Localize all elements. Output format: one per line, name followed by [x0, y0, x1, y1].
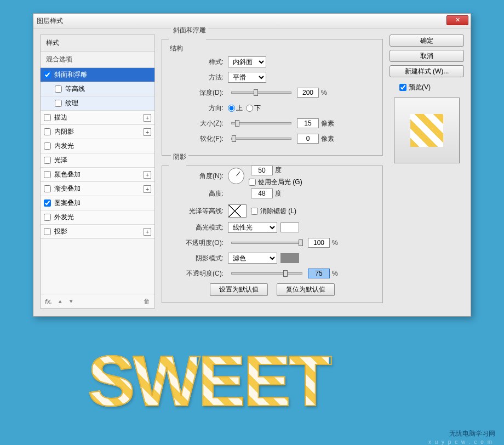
altitude-unit: 度	[275, 189, 282, 198]
shadow-opacity-unit: %	[332, 270, 338, 277]
style-item-4[interactable]: 内阴影+	[41, 125, 154, 139]
altitude-label: 高度:	[169, 189, 224, 198]
fx-icon[interactable]: fx.	[45, 298, 52, 305]
up-arrow-icon[interactable]: ▲	[58, 298, 63, 304]
highlight-opacity-unit: %	[332, 239, 338, 247]
style-item-label: 斜面和浮雕	[54, 70, 87, 79]
direction-down-radio[interactable]: 下	[246, 104, 261, 113]
style-item-8[interactable]: 渐变叠加+	[41, 182, 154, 196]
shadow-opacity-slider[interactable]	[231, 272, 302, 275]
dialog-title: 图层样式	[37, 16, 63, 26]
trash-icon[interactable]: 🗑	[144, 298, 150, 305]
style-item-label: 内发光	[54, 141, 74, 151]
style-item-5[interactable]: 内发光	[41, 139, 154, 153]
shadow-opacity-label: 不透明度(C):	[169, 269, 224, 278]
shadow-opacity-input[interactable]	[308, 269, 330, 278]
highlight-mode-label: 高光模式:	[169, 223, 224, 232]
sweet-letter: S	[88, 340, 132, 422]
style-item-label: 图案叠加	[54, 198, 81, 208]
style-checkbox[interactable]	[44, 142, 51, 150]
style-item-7[interactable]: 颜色叠加+	[41, 168, 154, 182]
style-checkbox[interactable]	[44, 128, 51, 135]
plus-icon[interactable]: +	[144, 128, 151, 136]
style-item-label: 投影	[54, 227, 67, 236]
style-checkbox[interactable]	[55, 100, 62, 107]
style-item-label: 描边	[54, 113, 67, 122]
soften-slider[interactable]	[231, 138, 291, 140]
size-label: 大小(Z):	[169, 119, 224, 128]
highlight-color-swatch[interactable]	[280, 222, 299, 232]
cancel-button[interactable]: 取消	[390, 50, 464, 62]
dialog-body: 样式 混合选项 斜面和浮雕等高线纹理描边+内阴影+内发光光泽颜色叠加+渐变叠加+…	[33, 29, 471, 316]
styles-header[interactable]: 样式	[41, 35, 154, 52]
method-select[interactable]: 平滑	[228, 72, 266, 83]
antialias-checkbox[interactable]: 消除锯齿 (L)	[251, 207, 296, 216]
angle-input[interactable]	[251, 166, 273, 175]
style-item-2[interactable]: 纹理	[41, 96, 154, 111]
highlight-opacity-input[interactable]	[308, 238, 330, 248]
style-item-11[interactable]: 投影+	[41, 225, 154, 239]
style-item-10[interactable]: 外发光	[41, 210, 154, 225]
style-item-0[interactable]: 斜面和浮雕	[41, 68, 154, 82]
style-item-label: 颜色叠加	[54, 170, 81, 179]
style-item-label: 光泽	[54, 156, 67, 165]
set-default-button[interactable]: 设置为默认值	[210, 283, 268, 296]
style-item-9[interactable]: 图案叠加	[41, 196, 154, 210]
style-checkbox[interactable]	[44, 71, 51, 78]
angle-dial[interactable]	[228, 168, 244, 184]
ok-button[interactable]: 确定	[390, 35, 464, 47]
style-item-label: 渐变叠加	[54, 184, 81, 193]
plus-icon[interactable]: +	[144, 228, 151, 236]
preview-checkbox[interactable]: 预览(V)	[399, 83, 464, 92]
plus-icon[interactable]: +	[144, 171, 151, 179]
plus-icon[interactable]: +	[144, 185, 151, 193]
soften-input[interactable]	[297, 134, 319, 144]
style-label: 样式:	[169, 58, 224, 67]
direction-up-radio[interactable]: 上	[228, 104, 243, 113]
angle-unit: 度	[275, 166, 282, 175]
gloss-contour-picker[interactable]	[228, 204, 247, 218]
blending-options-header[interactable]: 混合选项	[41, 52, 154, 68]
watermark-text: 无忧电脑学习网	[449, 429, 495, 438]
global-light-checkbox[interactable]: 使用全局光 (G)	[249, 178, 302, 187]
reset-default-button[interactable]: 复位为默认值	[277, 283, 335, 296]
down-arrow-icon[interactable]: ▼	[68, 298, 74, 304]
depth-input[interactable]	[297, 88, 319, 98]
method-label: 方法:	[169, 73, 224, 82]
angle-label: 角度(N):	[169, 172, 224, 181]
style-checkbox[interactable]	[55, 85, 62, 93]
style-checkbox[interactable]	[44, 199, 51, 207]
size-unit: 像素	[321, 119, 334, 128]
style-checkbox[interactable]	[44, 171, 51, 178]
close-button[interactable]: ✕	[446, 15, 468, 25]
new-style-button[interactable]: 新建样式 (W)...	[390, 65, 464, 77]
shadow-mode-select[interactable]: 滤色	[228, 253, 277, 264]
direction-label: 方向:	[169, 104, 224, 113]
style-select[interactable]: 内斜面	[228, 56, 266, 67]
style-item-3[interactable]: 描边+	[41, 111, 154, 125]
style-checkbox[interactable]	[44, 185, 51, 192]
size-slider[interactable]	[231, 122, 291, 124]
style-checkbox[interactable]	[44, 157, 51, 164]
style-item-label: 外发光	[54, 213, 74, 222]
style-checkbox[interactable]	[44, 214, 51, 221]
style-item-label: 内阴影	[54, 127, 74, 136]
layer-style-dialog: 图层样式 ✕ 样式 混合选项 斜面和浮雕等高线纹理描边+内阴影+内发光光泽颜色叠…	[33, 13, 471, 317]
shadow-fieldset: 阴影 角度(N): 度 使用全局光 (G)	[162, 161, 383, 303]
style-checkbox[interactable]	[44, 228, 51, 235]
highlight-mode-select[interactable]: 线性光	[228, 222, 277, 233]
titlebar[interactable]: 图层样式 ✕	[33, 14, 471, 29]
size-input[interactable]	[297, 118, 319, 128]
plus-icon[interactable]: +	[144, 114, 151, 122]
structure-label: 结构	[170, 44, 376, 53]
highlight-opacity-slider[interactable]	[231, 242, 302, 244]
shadow-color-swatch[interactable]	[280, 253, 299, 263]
sweet-letter: E	[243, 340, 288, 422]
sweet-text-preview: SWEET	[88, 340, 416, 422]
depth-slider[interactable]	[231, 92, 291, 94]
depth-label: 深度(D):	[169, 88, 224, 98]
style-checkbox[interactable]	[44, 114, 51, 121]
style-item-6[interactable]: 光泽	[41, 153, 154, 168]
style-item-1[interactable]: 等高线	[41, 82, 154, 96]
altitude-input[interactable]	[251, 189, 273, 198]
